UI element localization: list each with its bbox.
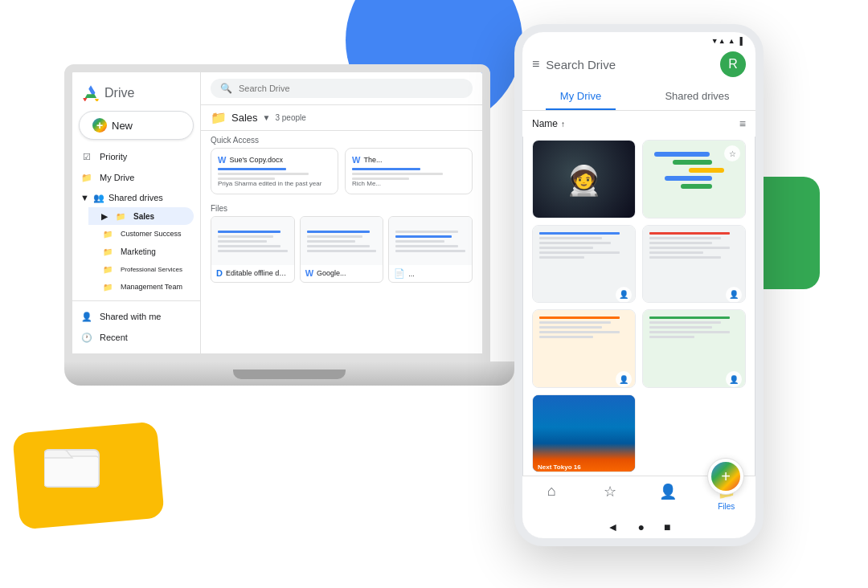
nav-shared[interactable]: 👤: [639, 483, 698, 511]
file-gantt[interactable]: ☆: [642, 140, 746, 218]
sidebar-item-professional[interactable]: 📁 Professional Services: [88, 260, 194, 278]
qc1-line-1: [218, 168, 286, 170]
quick-card-1[interactable]: W Sue's Copy.docx Priya Sharma edited in…: [211, 148, 338, 194]
sidebar-item-shared-with-me[interactable]: 👤 Shared with me: [72, 306, 194, 327]
desktop-search-bar: 🔍: [201, 72, 482, 105]
nav-starred[interactable]: ☆: [581, 483, 640, 511]
sidebar-item-management[interactable]: 📁 Management Team: [88, 278, 194, 296]
fc2-name: Google...: [317, 269, 378, 277]
mydoc-doc-preview: [533, 310, 635, 345]
sidebar-shared-drives-section[interactable]: ▼ 👥 Shared drives: [72, 188, 200, 207]
new-button[interactable]: + New: [79, 111, 194, 140]
fc1-preview: [211, 217, 294, 265]
laptop-base: [64, 361, 514, 386]
fc3-l4: [395, 245, 458, 247]
file-task-details[interactable]: 👤 W Task details ⋮: [532, 225, 636, 304]
tab-shared-drives[interactable]: Shared drives: [639, 82, 755, 110]
drive-logo-icon: [82, 85, 100, 101]
wl-l2: [649, 321, 721, 324]
quick-access-label: Quick Access: [201, 131, 482, 148]
quick-card-2[interactable]: W The... Rich Me...: [345, 148, 473, 194]
sidebar-item-starred[interactable]: ☆ Starred: [72, 348, 194, 353]
drive-main-content: 🔍 📁 Sales ▼ 3 people Quick Access W: [201, 72, 482, 353]
home-gesture-btn[interactable]: ●: [637, 521, 644, 533]
nav-home[interactable]: ⌂: [522, 483, 581, 511]
hamburger-icon[interactable]: ≡: [532, 57, 539, 71]
phone-files-grid: 🧑‍🚀 ▲ astronaut.jpg ⋮ ☆: [522, 137, 755, 476]
wl-l3: [649, 326, 712, 329]
sidebar-label-priority: Priority: [100, 152, 127, 161]
sidebar-item-sales[interactable]: ▶ 📁 Sales: [88, 207, 194, 225]
file-astronaut[interactable]: 🧑‍🚀 ▲ astronaut.jpg ⋮: [532, 140, 636, 218]
fc3-name: ...: [408, 270, 467, 278]
desktop-search-input[interactable]: [239, 84, 350, 93]
nav-starred-icon: ☆: [604, 483, 616, 500]
tokyo-preview: Next Tokyo 16: [533, 395, 635, 473]
battery-icon: ▐: [738, 37, 743, 45]
bg-folder-icon: [44, 440, 100, 492]
folder-name: Sales: [231, 112, 258, 124]
major-l1: [649, 232, 730, 235]
sidebar-item-marketing[interactable]: 📁 Marketing: [88, 243, 194, 260]
major-l4: [649, 247, 730, 249]
sidebar-item-recent[interactable]: 🕐 Recent: [72, 327, 194, 348]
gantt-bar-3: [689, 168, 725, 173]
shared-drives-icon: 👥: [92, 191, 105, 204]
task-preview: 👤: [533, 226, 635, 304]
file-card-3[interactable]: 📄 ...: [388, 216, 473, 283]
sidebar-divider-1: [72, 300, 200, 301]
file-next-tokyo[interactable]: Next Tokyo 16 ▲ Next Tokyo 16 ⋮: [532, 394, 636, 473]
file-card-2[interactable]: W Google...: [300, 216, 384, 283]
fc2-lines: [301, 224, 383, 259]
sidebar-item-customer-success[interactable]: 📁 Customer Success: [88, 225, 194, 243]
cs-icon: 📁: [101, 227, 114, 240]
desktop-search-input-wrap[interactable]: 🔍: [211, 79, 473, 98]
fc1-body: D Editable offline docu...: [211, 265, 294, 281]
shared-with-me-icon: 👤: [80, 310, 93, 323]
task-l6: [539, 256, 584, 259]
user-avatar[interactable]: R: [720, 51, 746, 77]
files-sort-control[interactable]: Name ↑: [532, 118, 565, 129]
astro-content: 🧑‍🚀: [533, 141, 635, 218]
fc2-preview: [301, 217, 383, 265]
folder-avatar-icon: 📁: [211, 110, 227, 125]
drive-logo-text: Drive: [104, 86, 134, 100]
file-major-opportu[interactable]: 👤 PDF Major opportu... ⋮: [642, 225, 746, 304]
major-preview: 👤: [643, 226, 745, 304]
nav-home-icon: ⌂: [547, 483, 556, 500]
phone-header: ≡ Search Drive R: [522, 47, 755, 82]
sidebar-item-my-drive[interactable]: 📁 My Drive: [72, 167, 194, 188]
laptop-device: Drive + New ☑ Priority 📁 My Drive ▼: [64, 64, 514, 418]
signal-icon: ▼▲: [711, 37, 726, 45]
view-toggle-icon[interactable]: ≡: [739, 117, 746, 130]
qc1-doc-icon: W: [218, 155, 226, 165]
phone-search-bar[interactable]: Search Drive: [546, 58, 714, 71]
sales-folder-icon: 📁: [114, 210, 127, 223]
task-l4: [539, 247, 593, 249]
fc3-l5: [395, 250, 465, 252]
recent-gesture-btn[interactable]: ■: [664, 521, 670, 533]
priority-icon: ☑: [80, 150, 93, 163]
back-gesture-btn[interactable]: ◄: [608, 521, 619, 533]
tab-my-drive[interactable]: My Drive: [522, 82, 639, 110]
qc1-sub: Priya Sharma edited in the past year: [218, 180, 331, 187]
nav-files-label: Files: [718, 502, 735, 511]
mgmt-icon: 📁: [101, 280, 114, 293]
sidebar-label-mkt: Marketing: [121, 247, 156, 256]
fab-add-button[interactable]: +: [707, 458, 744, 495]
folder-header: 📁 Sales ▼ 3 people: [201, 105, 482, 131]
sidebar-label-cs: Customer Success: [121, 230, 182, 238]
new-plus-icon: +: [92, 118, 107, 133]
mkt-icon: 📁: [101, 245, 114, 258]
major-l3: [649, 242, 712, 244]
file-work-list[interactable]: 👤 X Work List_01 ⋮: [642, 309, 746, 388]
qc1-line-2: [218, 173, 309, 175]
phone-status-bar: ▼▲ ▲ ▐: [522, 32, 755, 47]
sort-direction-icon: ↑: [561, 120, 565, 129]
sidebar-item-priority[interactable]: ☑ Priority: [72, 146, 194, 167]
file-my-document[interactable]: 👤 P My Document ⋮: [532, 309, 636, 388]
qc1-lines: [218, 168, 331, 180]
shared-drives-children: ▶ 📁 Sales 📁 Customer Success 📁 Marketing…: [72, 207, 200, 296]
file-card-1[interactable]: D Editable offline docu...: [211, 216, 295, 283]
worklist-doc-preview: [643, 310, 745, 345]
